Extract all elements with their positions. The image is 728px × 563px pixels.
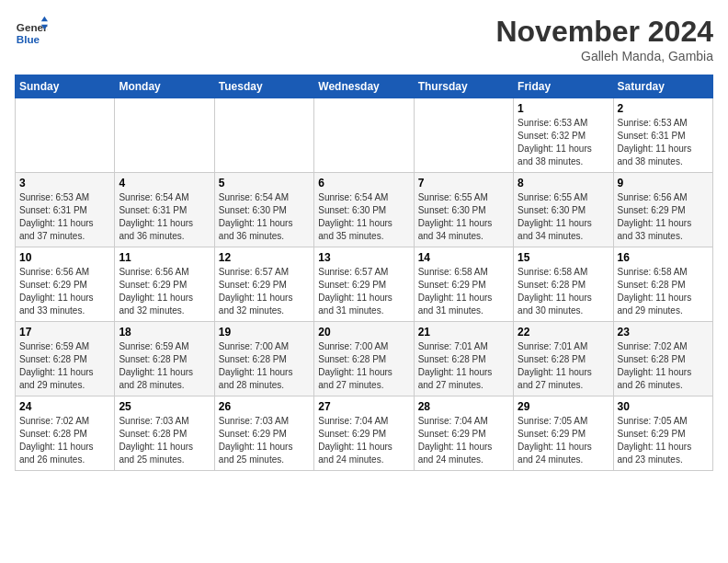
- day-detail: Sunrise: 7:05 AM Sunset: 6:29 PM Dayligh…: [618, 415, 709, 466]
- calendar-cell: [115, 98, 214, 173]
- calendar-week-5: 24Sunrise: 7:02 AM Sunset: 6:28 PM Dayli…: [16, 396, 713, 471]
- day-number: 23: [618, 326, 709, 339]
- calendar-cell: 23Sunrise: 7:02 AM Sunset: 6:28 PM Dayli…: [613, 322, 712, 396]
- day-detail: Sunrise: 7:00 AM Sunset: 6:28 PM Dayligh…: [219, 340, 310, 392]
- location-subtitle: Galleh Manda, Gambia: [495, 49, 713, 63]
- day-detail: Sunrise: 6:53 AM Sunset: 6:31 PM Dayligh…: [618, 117, 709, 168]
- day-detail: Sunrise: 6:55 AM Sunset: 6:30 PM Dayligh…: [518, 191, 609, 243]
- column-header-monday: Monday: [115, 75, 214, 98]
- calendar-cell: [314, 98, 414, 173]
- calendar-cell: 1Sunrise: 6:53 AM Sunset: 6:32 PM Daylig…: [514, 98, 613, 173]
- calendar-cell: 10Sunrise: 6:56 AM Sunset: 6:29 PM Dayli…: [16, 247, 115, 322]
- calendar-cell: 12Sunrise: 6:57 AM Sunset: 6:29 PM Dayli…: [214, 247, 313, 322]
- page-header: General Blue November 2024 Galleh Manda,…: [15, 15, 713, 63]
- day-number: 21: [418, 326, 509, 339]
- day-number: 2: [618, 102, 709, 115]
- day-number: 24: [19, 400, 110, 413]
- calendar-cell: 7Sunrise: 6:55 AM Sunset: 6:30 PM Daylig…: [414, 173, 513, 247]
- svg-text:Blue: Blue: [17, 33, 40, 45]
- day-detail: Sunrise: 7:04 AM Sunset: 6:29 PM Dayligh…: [418, 415, 509, 466]
- calendar-cell: 8Sunrise: 6:55 AM Sunset: 6:30 PM Daylig…: [514, 173, 613, 247]
- calendar-cell: 20Sunrise: 7:00 AM Sunset: 6:28 PM Dayli…: [314, 322, 414, 396]
- calendar-cell: 11Sunrise: 6:56 AM Sunset: 6:29 PM Dayli…: [115, 247, 214, 322]
- calendar-cell: 25Sunrise: 7:03 AM Sunset: 6:28 PM Dayli…: [115, 396, 214, 471]
- calendar-cell: 30Sunrise: 7:05 AM Sunset: 6:29 PM Dayli…: [613, 396, 712, 471]
- calendar-cell: 5Sunrise: 6:54 AM Sunset: 6:30 PM Daylig…: [214, 173, 313, 247]
- calendar-week-4: 17Sunrise: 6:59 AM Sunset: 6:28 PM Dayli…: [16, 322, 713, 396]
- calendar-cell: 4Sunrise: 6:54 AM Sunset: 6:31 PM Daylig…: [115, 173, 214, 247]
- calendar-cell: 13Sunrise: 6:57 AM Sunset: 6:29 PM Dayli…: [314, 247, 414, 322]
- day-detail: Sunrise: 7:00 AM Sunset: 6:28 PM Dayligh…: [318, 340, 409, 392]
- day-number: 30: [618, 400, 709, 413]
- day-number: 6: [318, 177, 409, 190]
- calendar-cell: [214, 98, 313, 173]
- calendar-cell: 28Sunrise: 7:04 AM Sunset: 6:29 PM Dayli…: [414, 396, 513, 471]
- calendar-cell: 3Sunrise: 6:53 AM Sunset: 6:31 PM Daylig…: [16, 173, 115, 247]
- column-header-tuesday: Tuesday: [214, 75, 313, 98]
- calendar-cell: 18Sunrise: 6:59 AM Sunset: 6:28 PM Dayli…: [115, 322, 214, 396]
- day-detail: Sunrise: 6:56 AM Sunset: 6:29 PM Dayligh…: [19, 266, 110, 317]
- day-number: 3: [19, 177, 110, 190]
- day-detail: Sunrise: 6:55 AM Sunset: 6:30 PM Dayligh…: [418, 191, 509, 243]
- day-number: 27: [318, 400, 409, 413]
- day-detail: Sunrise: 6:59 AM Sunset: 6:28 PM Dayligh…: [19, 340, 110, 392]
- day-detail: Sunrise: 6:53 AM Sunset: 6:31 PM Dayligh…: [19, 191, 110, 243]
- calendar-cell: 14Sunrise: 6:58 AM Sunset: 6:29 PM Dayli…: [414, 247, 513, 322]
- day-number: 25: [119, 400, 210, 413]
- day-number: 20: [318, 326, 409, 339]
- day-number: 7: [418, 177, 509, 190]
- calendar-week-3: 10Sunrise: 6:56 AM Sunset: 6:29 PM Dayli…: [16, 247, 713, 322]
- day-number: 18: [119, 326, 210, 339]
- day-detail: Sunrise: 6:56 AM Sunset: 6:29 PM Dayligh…: [618, 191, 709, 243]
- day-number: 11: [119, 251, 210, 264]
- title-block: November 2024 Galleh Manda, Gambia: [495, 15, 713, 63]
- calendar-cell: 6Sunrise: 6:54 AM Sunset: 6:30 PM Daylig…: [314, 173, 414, 247]
- day-detail: Sunrise: 6:54 AM Sunset: 6:30 PM Dayligh…: [318, 191, 409, 243]
- day-detail: Sunrise: 6:54 AM Sunset: 6:30 PM Dayligh…: [219, 191, 310, 243]
- day-number: 17: [19, 326, 110, 339]
- day-detail: Sunrise: 6:54 AM Sunset: 6:31 PM Dayligh…: [119, 191, 210, 243]
- calendar-cell: 9Sunrise: 6:56 AM Sunset: 6:29 PM Daylig…: [613, 173, 712, 247]
- calendar-week-1: 1Sunrise: 6:53 AM Sunset: 6:32 PM Daylig…: [16, 98, 713, 173]
- day-detail: Sunrise: 7:03 AM Sunset: 6:29 PM Dayligh…: [219, 415, 310, 466]
- calendar-cell: 27Sunrise: 7:04 AM Sunset: 6:29 PM Dayli…: [314, 396, 414, 471]
- column-header-saturday: Saturday: [613, 75, 712, 98]
- day-detail: Sunrise: 6:58 AM Sunset: 6:28 PM Dayligh…: [618, 266, 709, 317]
- day-detail: Sunrise: 7:02 AM Sunset: 6:28 PM Dayligh…: [19, 415, 110, 466]
- day-detail: Sunrise: 7:03 AM Sunset: 6:28 PM Dayligh…: [119, 415, 210, 466]
- logo: General Blue: [15, 15, 48, 48]
- calendar-cell: 19Sunrise: 7:00 AM Sunset: 6:28 PM Dayli…: [214, 322, 313, 396]
- day-detail: Sunrise: 7:04 AM Sunset: 6:29 PM Dayligh…: [318, 415, 409, 466]
- column-header-thursday: Thursday: [414, 75, 513, 98]
- day-number: 12: [219, 251, 310, 264]
- calendar-header-row: SundayMondayTuesdayWednesdayThursdayFrid…: [16, 75, 713, 98]
- calendar-cell: 17Sunrise: 6:59 AM Sunset: 6:28 PM Dayli…: [16, 322, 115, 396]
- column-header-friday: Friday: [514, 75, 613, 98]
- day-detail: Sunrise: 6:57 AM Sunset: 6:29 PM Dayligh…: [219, 266, 310, 317]
- calendar-cell: 15Sunrise: 6:58 AM Sunset: 6:28 PM Dayli…: [514, 247, 613, 322]
- calendar-cell: 29Sunrise: 7:05 AM Sunset: 6:29 PM Dayli…: [514, 396, 613, 471]
- calendar-cell: [16, 98, 115, 173]
- calendar-cell: 2Sunrise: 6:53 AM Sunset: 6:31 PM Daylig…: [613, 98, 712, 173]
- day-number: 4: [119, 177, 210, 190]
- calendar-cell: 22Sunrise: 7:01 AM Sunset: 6:28 PM Dayli…: [514, 322, 613, 396]
- day-number: 29: [518, 400, 609, 413]
- day-number: 5: [219, 177, 310, 190]
- day-number: 16: [618, 251, 709, 264]
- day-detail: Sunrise: 7:01 AM Sunset: 6:28 PM Dayligh…: [518, 340, 609, 392]
- day-number: 22: [518, 326, 609, 339]
- day-detail: Sunrise: 7:01 AM Sunset: 6:28 PM Dayligh…: [418, 340, 509, 392]
- calendar-table: SundayMondayTuesdayWednesdayThursdayFrid…: [15, 75, 713, 471]
- calendar-cell: 24Sunrise: 7:02 AM Sunset: 6:28 PM Dayli…: [16, 396, 115, 471]
- day-number: 26: [219, 400, 310, 413]
- day-detail: Sunrise: 6:58 AM Sunset: 6:29 PM Dayligh…: [418, 266, 509, 317]
- column-header-wednesday: Wednesday: [314, 75, 414, 98]
- day-detail: Sunrise: 6:59 AM Sunset: 6:28 PM Dayligh…: [119, 340, 210, 392]
- column-header-sunday: Sunday: [16, 75, 115, 98]
- day-number: 15: [518, 251, 609, 264]
- svg-marker-2: [41, 17, 48, 21]
- day-number: 1: [518, 102, 609, 115]
- day-detail: Sunrise: 7:02 AM Sunset: 6:28 PM Dayligh…: [618, 340, 709, 392]
- day-number: 13: [318, 251, 409, 264]
- day-number: 9: [618, 177, 709, 190]
